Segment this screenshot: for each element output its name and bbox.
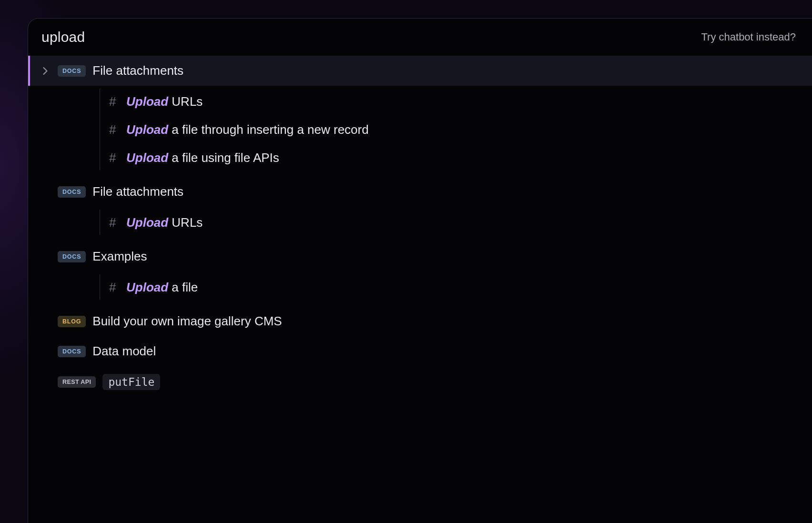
subitem-text: Upload URLs [126,215,203,230]
hash-icon: # [109,94,119,109]
badge-docs: DOCS [58,186,86,198]
subitem-text: Upload a file through inserting a new re… [126,122,369,137]
search-row: Try chatbot instead? [28,19,812,56]
result-item[interactable]: REST API putFile [28,366,812,398]
result-subitem[interactable]: # Upload URLs [100,209,812,237]
hash-icon: # [109,151,119,165]
result-item[interactable]: DOCS Data model [28,336,812,366]
badge-docs: DOCS [58,251,86,262]
result-group: DOCS Examples # Upload a file [28,241,812,306]
chevron-right-icon [40,67,51,75]
badge-blog: BLOG [58,316,86,327]
result-item[interactable]: BLOG Build your own image gallery CMS [28,306,812,336]
result-code: putFile [102,374,160,390]
badge-docs: DOCS [58,65,86,77]
result-children: # Upload a file [100,272,812,306]
hash-icon: # [109,280,119,295]
result-group: DOCS File attachments # Upload URLs # Up… [28,56,812,177]
badge-docs: DOCS [58,346,86,357]
result-title: Build your own image gallery CMS [92,314,282,329]
search-panel: Try chatbot instead? DOCS File attachmen… [28,18,812,523]
hash-icon: # [109,122,119,137]
result-group: BLOG Build your own image gallery CMS [28,306,812,336]
badge-restapi: REST API [58,376,96,388]
result-item[interactable]: DOCS File attachments [28,177,812,207]
result-title: File attachments [92,184,183,199]
subitem-text: Upload a file using file APIs [126,151,279,165]
result-subitem[interactable]: # Upload a file using file APIs [100,144,812,172]
result-group: REST API putFile [28,366,812,398]
result-title: Data model [92,344,156,359]
result-subitem[interactable]: # Upload a file through inserting a new … [100,116,812,144]
result-subitem[interactable]: # Upload a file [100,273,812,302]
search-input[interactable] [41,29,691,45]
result-group: DOCS File attachments # Upload URLs [28,177,812,241]
result-title: Examples [92,249,147,264]
subitem-text: Upload URLs [126,94,203,109]
result-title: File attachments [92,63,183,78]
subitem-text: Upload a file [126,280,198,295]
hash-icon: # [109,215,119,230]
result-item[interactable]: DOCS Examples [28,241,812,272]
result-group: DOCS Data model [28,336,812,366]
chatbot-link[interactable]: Try chatbot instead? [701,31,796,43]
result-children: # Upload URLs # Upload a file through in… [100,86,812,177]
result-item[interactable]: DOCS File attachments [28,56,812,86]
result-children: # Upload URLs [100,207,812,241]
result-subitem[interactable]: # Upload URLs [100,88,812,116]
results-list[interactable]: DOCS File attachments # Upload URLs # Up… [28,56,812,523]
